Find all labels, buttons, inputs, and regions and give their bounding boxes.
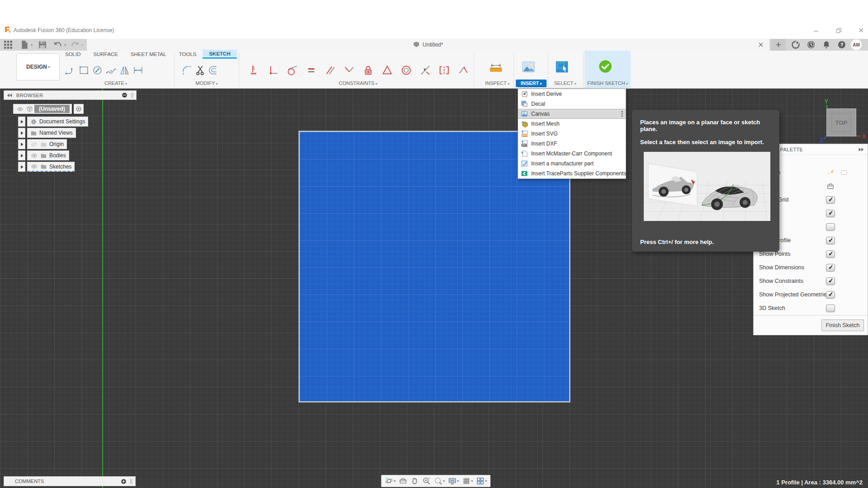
menu-item-insert-svg[interactable]: SVGInsert SVG bbox=[518, 129, 626, 139]
notifications-bell-icon[interactable] bbox=[822, 40, 831, 49]
checkbox-show-dimensions[interactable] bbox=[826, 264, 835, 272]
collapse-left-icon[interactable] bbox=[7, 93, 13, 98]
user-avatar[interactable]: AM bbox=[851, 39, 862, 50]
expand-arrow-icon[interactable] bbox=[18, 150, 25, 160]
measure-icon[interactable] bbox=[489, 58, 503, 79]
job-status-clock-icon[interactable] bbox=[807, 40, 816, 49]
trim-tool-icon[interactable] bbox=[193, 60, 207, 80]
file-menu-caret[interactable]: ▾ bbox=[31, 43, 33, 47]
checkbox-snap[interactable] bbox=[826, 210, 835, 217]
tab-solid[interactable]: SOLID bbox=[59, 50, 87, 59]
checkbox-slice[interactable] bbox=[826, 223, 835, 231]
eye-icon[interactable] bbox=[16, 106, 24, 113]
browser-node-chip[interactable]: Origin bbox=[27, 139, 67, 149]
palette-row-3d-sketch[interactable]: 3D Sketch bbox=[754, 301, 868, 315]
midpoint-constraint-icon[interactable] bbox=[415, 60, 434, 80]
menu-item-insert-mesh[interactable]: Insert Mesh bbox=[518, 119, 626, 129]
more-options-icon[interactable] bbox=[621, 111, 623, 117]
browser-row-unsaved[interactable]: (Unsaved) bbox=[6, 104, 84, 114]
browser-node-chip[interactable]: Document Settings bbox=[27, 117, 88, 127]
expand-arrow-icon[interactable] bbox=[18, 162, 25, 172]
look-at-icon[interactable] bbox=[398, 476, 408, 487]
checkbox-sketch-grid[interactable] bbox=[826, 196, 835, 204]
tab-sketch[interactable]: SKETCH bbox=[203, 50, 236, 59]
minus-circle-icon[interactable] bbox=[122, 92, 127, 98]
tab-surface[interactable]: SURFACE bbox=[87, 50, 124, 59]
menu-item-insert-mcmaster-carr-component[interactable]: Insert McMaster-Carr Component bbox=[518, 149, 626, 159]
document-tab[interactable]: Untitled* bbox=[87, 39, 769, 51]
browser-header[interactable]: BROWSER bbox=[4, 90, 137, 100]
menu-item-insert-traceparts-supplier-components[interactable]: Insert TraceParts Supplier Components bbox=[518, 169, 626, 178]
palette-row-show-dimensions[interactable]: Show Dimensions bbox=[754, 261, 868, 274]
dimension-tool-icon[interactable] bbox=[131, 60, 145, 80]
tab-sheet-metal[interactable]: SHEET METAL bbox=[124, 50, 173, 59]
redo-icon[interactable] bbox=[71, 40, 80, 49]
panel-grip-icon[interactable] bbox=[131, 93, 133, 98]
polygon-constraint-icon[interactable] bbox=[377, 60, 396, 80]
checkbox-show-constraints[interactable] bbox=[826, 277, 835, 285]
tangent-constraint-icon[interactable] bbox=[283, 60, 302, 80]
equal-constraint-icon[interactable] bbox=[302, 60, 321, 80]
viewports-icon[interactable]: ▾ bbox=[475, 476, 488, 487]
browser-node-chip[interactable]: Sketches bbox=[27, 162, 75, 172]
app-grid-icon[interactable] bbox=[4, 40, 13, 49]
look-at-icon[interactable] bbox=[826, 182, 835, 190]
insert-group-label[interactable]: INSERT bbox=[516, 80, 547, 87]
offset-tool-icon[interactable] bbox=[207, 60, 221, 80]
tab-close-icon[interactable] bbox=[757, 41, 765, 49]
palette-row-show-projected-geometries[interactable]: Show Projected Geometries bbox=[754, 288, 868, 301]
line-tool-icon[interactable] bbox=[63, 60, 77, 80]
parallel-constraint-icon[interactable] bbox=[321, 60, 340, 80]
component-chip[interactable]: (Unsaved) bbox=[13, 104, 72, 114]
browser-row-document-settings[interactable]: Document Settings bbox=[18, 117, 88, 127]
browser-node-chip[interactable]: Bodies bbox=[27, 150, 69, 160]
angle-constraint-icon[interactable] bbox=[340, 60, 359, 80]
curvature-constraint-icon[interactable] bbox=[453, 60, 472, 80]
expand-arrow-icon[interactable] bbox=[18, 139, 25, 149]
view-cube[interactable]: Y TOP X Z bbox=[820, 99, 868, 144]
menu-item-canvas[interactable]: Canvas bbox=[518, 109, 626, 119]
finish-sketch-check-icon[interactable] bbox=[599, 56, 612, 77]
new-tab-button[interactable] bbox=[771, 39, 786, 51]
activate-component-radio[interactable] bbox=[74, 104, 84, 114]
fillet-tool-icon[interactable] bbox=[180, 60, 193, 80]
browser-row-bodies[interactable]: Bodies bbox=[18, 150, 69, 160]
help-icon[interactable]: ? bbox=[837, 40, 846, 49]
browser-node-chip[interactable]: Named Views bbox=[27, 128, 76, 138]
menu-item-decal[interactable]: Decal bbox=[518, 99, 626, 109]
expand-arrow-icon[interactable] bbox=[18, 128, 25, 138]
undo-icon[interactable] bbox=[53, 40, 62, 49]
grid-settings-icon[interactable]: ▾ bbox=[461, 476, 474, 487]
fit-icon[interactable]: ▾ bbox=[433, 476, 446, 487]
comments-bar[interactable]: COMMENTS bbox=[4, 476, 136, 486]
circle-tool-icon[interactable] bbox=[90, 60, 104, 80]
triangle-expanded-icon[interactable] bbox=[6, 107, 11, 112]
restore-button[interactable] bbox=[832, 25, 845, 36]
palette-row-show-constraints[interactable]: Show Constraints bbox=[754, 274, 868, 288]
display-settings-icon[interactable]: ▾ bbox=[447, 476, 460, 487]
checkbox-3d-sketch[interactable] bbox=[826, 305, 835, 312]
file-menu-icon[interactable] bbox=[20, 40, 29, 49]
minimize-button[interactable] bbox=[809, 25, 823, 36]
checkbox-show-projected-geometries[interactable] bbox=[826, 291, 835, 299]
panel-grip-icon[interactable] bbox=[130, 479, 132, 484]
checkbox-show-profile[interactable] bbox=[826, 237, 835, 244]
symmetry-constraint-icon[interactable] bbox=[434, 60, 453, 80]
eye-icon[interactable] bbox=[30, 163, 38, 170]
lock-constraint-icon[interactable] bbox=[359, 60, 377, 80]
view-cube-face[interactable]: TOP bbox=[826, 108, 856, 136]
finish-sketch-group-label[interactable]: FINISH SKETCH bbox=[585, 80, 631, 86]
menu-item-insert-dxf[interactable]: DXFInsert DXF bbox=[518, 139, 626, 149]
rectangle-tool-icon[interactable] bbox=[77, 60, 90, 80]
tab-tools[interactable]: TOOLS bbox=[173, 50, 203, 59]
inspect-group-label[interactable]: INSPECT bbox=[478, 80, 516, 86]
redo-caret[interactable]: ▾ bbox=[81, 43, 83, 47]
browser-row-named-views[interactable]: Named Views bbox=[18, 128, 76, 138]
workspace-selector[interactable]: DESIGN▾ bbox=[16, 53, 60, 80]
construction-icon[interactable] bbox=[826, 169, 835, 177]
coincident-constraint-icon[interactable] bbox=[245, 60, 264, 80]
perpendicular-constraint-icon[interactable] bbox=[264, 60, 283, 80]
undo-caret[interactable]: ▾ bbox=[64, 43, 66, 47]
menu-item-insert-derive[interactable]: Insert Derive bbox=[518, 89, 626, 99]
pan-icon[interactable] bbox=[410, 476, 420, 487]
